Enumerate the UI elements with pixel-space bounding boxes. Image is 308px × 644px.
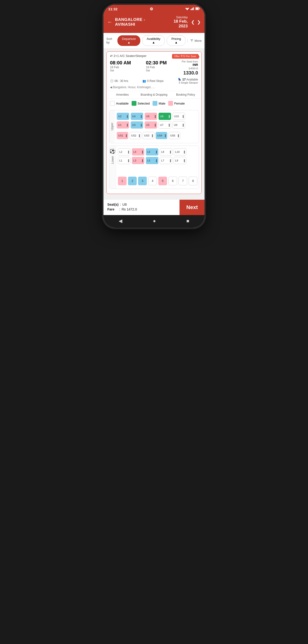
seat-L4[interactable]: L4▐ — [132, 148, 144, 156]
new-price: 1330.0 — [182, 70, 198, 76]
seat-L2[interactable]: L2▐ — [118, 148, 130, 156]
seat-U8[interactable]: U8▐ — [159, 113, 171, 120]
date-info: Saturday 18 Feb, 2023 — [165, 16, 188, 28]
seat-U3[interactable]: U3▐ — [131, 121, 143, 128]
seat-U4[interactable]: U4▐ — [131, 113, 143, 120]
seat-L3[interactable]: L3▐ — [132, 157, 144, 164]
sort-availability-button[interactable]: Availibility ▲ — [142, 35, 165, 46]
tab-amenities[interactable]: Amenities — [107, 91, 138, 98]
seat-L10[interactable]: L10▐ — [174, 148, 186, 156]
seat-L7[interactable]: L7▐ — [160, 157, 172, 164]
upper-sleeper-row: US1▐ US2▐ US3▐ US4▐ US5▐ — [117, 132, 197, 139]
svg-rect-9 — [196, 8, 199, 10]
next-button[interactable]: Next — [180, 200, 205, 215]
route-stops: ◀ Bangalore, Hosur, Krishnagiri, ... — [107, 86, 201, 91]
legend-available-label: Available — [116, 102, 129, 105]
upper-deck-wrapper: Upper U2▐ U4▐ U6▐ U8▐ U10▐ — [109, 110, 199, 143]
fare-label: Fare — [107, 208, 114, 211]
seater-9[interactable]: 9 — [199, 176, 199, 185]
seat-10-highlight[interactable]: 10 — [199, 167, 199, 176]
date-day: Saturday — [165, 16, 188, 19]
bus-type: ⇄ 2+1 A/C Seater/Sleeper — [110, 54, 146, 58]
old-price: 1400.0 — [182, 66, 198, 70]
svg-rect-8 — [199, 8, 200, 9]
seat-L5[interactable]: L5▐ — [146, 157, 158, 164]
date-prev-button[interactable]: ❮ — [191, 20, 195, 25]
arrival-info: 02:30 PM 18 Feb Sat — [146, 60, 167, 72]
seater-2[interactable]: 2 — [128, 176, 137, 185]
sort-label: Sort by — [106, 37, 115, 44]
legend-male-box — [152, 101, 157, 106]
upper-deck-label: Upper — [109, 110, 115, 143]
duration-info: 🕐 06 : 30 hrs — [110, 79, 128, 83]
duration-row: 🕐 06 : 30 hrs 👥 0 Rest Stops 💺 17 Availa… — [107, 78, 201, 86]
bus-card: ⇄ 2+1 A/C Seater/Sleeper Offer ₹70 Per S… — [106, 52, 202, 194]
seat-US2[interactable]: US2▐ — [130, 132, 141, 139]
departure-date: 18 Feb — [110, 66, 131, 69]
route-stops-text: Bangalore, Hosur, Krishnagiri, ... — [113, 86, 155, 89]
lower-row-1: L2▐ L4▐ L6▐ L8▐ L10▐ — [118, 148, 199, 156]
nav-home-button[interactable]: ● — [153, 218, 156, 224]
seat-L6[interactable]: L6▐ — [146, 148, 158, 156]
seat-US5[interactable]: US5▐ — [169, 132, 180, 139]
seat-US3[interactable]: US3▐ — [143, 132, 154, 139]
seat-U7[interactable]: U7▐ — [159, 121, 171, 128]
lower-row-2: L1▐ L3▐ L5▐ L7▐ L9▐ — [118, 157, 199, 164]
available-label: Available — [187, 78, 198, 81]
svg-rect-4 — [192, 8, 192, 10]
sort-departure-button[interactable]: Departure ▲ — [117, 35, 140, 46]
sort-pricing-button[interactable]: Pricing ▲ — [167, 35, 186, 46]
arrival-day: Sat — [146, 69, 167, 72]
seat-L9[interactable]: L9▐ — [174, 157, 186, 164]
tab-booking-policy[interactable]: Booking Policy — [170, 91, 201, 98]
seat-US4[interactable]: US4▐ — [156, 132, 167, 139]
legend-female-label: Female — [174, 102, 185, 105]
available-count: 17 — [182, 78, 186, 81]
clock-icon: 🕐 — [110, 79, 114, 83]
settings-icon: ⚙ — [150, 7, 153, 11]
fare-value: Rs 1472.0 — [121, 208, 137, 211]
seat-U9[interactable]: U9▐ — [173, 121, 185, 128]
status-time: 11:32 — [108, 7, 117, 11]
filter-icon — [190, 39, 194, 42]
seat-U5[interactable]: U5▐ — [145, 121, 157, 128]
seater-1[interactable]: 1 — [118, 176, 126, 185]
legend-available-box — [110, 101, 115, 106]
svg-point-2 — [187, 9, 188, 10]
currency-label: INR — [182, 63, 198, 66]
seat-U1[interactable]: U1▐ — [117, 121, 129, 128]
tab-boarding[interactable]: Boarding & Dropping — [138, 91, 170, 98]
seat-legend: Available Selected Male Female — [107, 98, 201, 108]
svg-rect-5 — [193, 8, 193, 10]
seater-5[interactable]: 5 — [158, 176, 167, 185]
price-info: Per Seat from INR 1400.0 1330.0 — [182, 60, 198, 76]
date-next-button[interactable]: ❯ — [197, 20, 201, 25]
date-nav: Saturday 18 Feb, 2023 — [165, 16, 188, 28]
seat-US1[interactable]: US1▐ — [117, 132, 128, 139]
nav-back-button[interactable]: ◀ — [119, 218, 122, 224]
seater-8[interactable]: 8 — [189, 176, 197, 185]
location-icon: ◀ — [110, 86, 112, 89]
wifi-icon — [185, 7, 189, 11]
single-sleeper: 3 Single Sleeper — [178, 81, 198, 84]
seat-U6[interactable]: U6▐ — [145, 113, 157, 120]
main-content: ⇄ 2+1 A/C Seater/Sleeper Offer ₹70 Per S… — [103, 48, 205, 200]
seats-colon: : — [120, 202, 121, 206]
nav-recent-button[interactable]: ■ — [186, 218, 189, 224]
departure-day: Sat — [110, 69, 131, 72]
back-button[interactable]: ← — [107, 19, 113, 25]
legend-available: Available — [110, 101, 129, 106]
seat-U2[interactable]: U2▐ — [117, 113, 129, 120]
route-title: BANGALORE - AVINASHI — [115, 17, 163, 27]
seater-6[interactable]: 6 — [169, 176, 177, 185]
seater-4[interactable]: 4 — [148, 176, 157, 185]
more-button[interactable]: More — [188, 39, 202, 42]
seater-7[interactable]: 7 — [179, 176, 187, 185]
seater-3[interactable]: 3 — [138, 176, 147, 185]
lower-deck-wrapper: ⚽ Lower L2▐ L4▐ L6▐ L8▐ L10▐ — [109, 146, 199, 189]
seat-L8[interactable]: L8▐ — [160, 148, 172, 156]
seats-label: Seat(s) — [107, 202, 119, 206]
seat-U10[interactable]: U10▐ — [173, 113, 185, 120]
signal-icon — [191, 7, 194, 11]
seat-L1[interactable]: L1▐ — [118, 157, 130, 164]
